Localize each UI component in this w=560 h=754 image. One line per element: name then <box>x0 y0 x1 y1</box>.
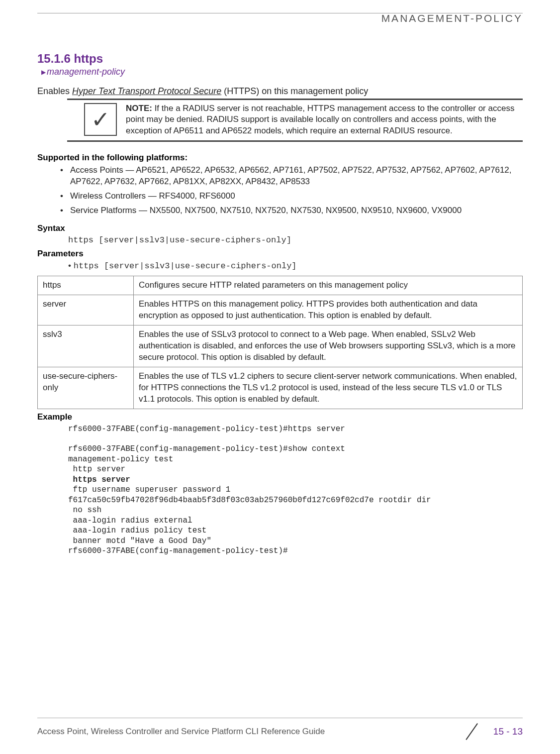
lead-suffix: (HTTPS) on this management policy <box>221 86 368 96</box>
note-box: ✓ NOTE: If the a RADIUS server is not re… <box>67 99 523 142</box>
param-desc: Configures secure HTTP related parameter… <box>134 276 523 295</box>
syntax-code: https [server|sslv3|use-secure-ciphers-o… <box>68 235 523 245</box>
code-line: rfs6000-37FABE(config-management-policy-… <box>68 444 345 453</box>
list-item: Wireless Controllers — RFS4000, RFS6000 <box>60 191 523 202</box>
lead-text: Enables Hyper Text Transport Protocol Se… <box>37 86 523 97</box>
param-desc: Enables the use of TLS v1.2 ciphers to s… <box>134 367 523 409</box>
example-block: rfs6000-37FABE(config-management-policy-… <box>68 424 523 556</box>
platform-list: Access Points — AP6521, AP6522, AP6532, … <box>37 165 523 216</box>
check-icon: ✓ <box>84 103 117 136</box>
code-line: rfs6000-37FABE(config-management-policy-… <box>68 425 345 433</box>
param-key: https <box>38 276 134 295</box>
parameters-table: https Configures secure HTTP related par… <box>37 276 523 409</box>
code-line: aaa-login radius policy test <box>68 526 206 535</box>
section-title: 15.1.6 https <box>37 52 523 66</box>
code-line: rfs6000-37FABE(config-management-policy-… <box>68 546 288 555</box>
parameters-heading: Parameters <box>37 249 523 259</box>
param-desc: Enables HTTPS on this management policy.… <box>134 295 523 325</box>
breadcrumb: ▶management-policy <box>37 67 523 77</box>
syntax-heading: Syntax <box>37 223 523 233</box>
table-row: sslv3 Enables the use of SSLv3 protocol … <box>38 325 523 367</box>
running-header: MANAGEMENT-POLICY <box>37 12 523 24</box>
code-line: ftp username superuser password 1 <box>68 485 235 494</box>
page: MANAGEMENT-POLICY 15.1.6 https ▶manageme… <box>0 0 560 754</box>
note-text: If the a RADIUS server is not reachable,… <box>126 104 514 135</box>
param-key: use-secure-ciphers-only <box>38 367 134 409</box>
footer: Access Point, Wireless Controller and Se… <box>37 718 523 740</box>
table-row: https Configures secure HTTP related par… <box>38 276 523 295</box>
list-item: Service Platforms — NX5500, NX7500, NX75… <box>60 205 523 216</box>
triangle-icon: ▶ <box>41 69 46 76</box>
param-key: sslv3 <box>38 325 134 367</box>
lead-italic: Hyper Text Transport Protocol Secure <box>72 86 221 96</box>
param-desc: Enables the use of SSLv3 protocol to con… <box>134 325 523 367</box>
parameters-code: https [server|sslv3|use-secure-ciphers-o… <box>68 261 523 271</box>
note-body: NOTE: If the a RADIUS server is not reac… <box>126 103 523 136</box>
code-line: banner motd "Have a Good Day" <box>68 537 211 545</box>
code-line: aaa-login radius external <box>68 516 192 525</box>
table-row: use-secure-ciphers-only Enables the use … <box>38 367 523 409</box>
code-line-bold: https server <box>68 475 130 484</box>
example-heading: Example <box>37 412 523 422</box>
list-item: Access Points — AP6521, AP6522, AP6532, … <box>60 165 523 188</box>
code-line: no ssh <box>68 506 101 515</box>
code-line: http server <box>68 465 125 474</box>
code-line: f617ca50c59fb47028f96db4baab5f3d8f03c03a… <box>68 496 431 505</box>
param-key: server <box>38 295 134 325</box>
code-line: management-policy test <box>68 455 173 464</box>
breadcrumb-text: management-policy <box>47 67 125 77</box>
table-row: server Enables HTTPS on this management … <box>38 295 523 325</box>
footer-title: Access Point, Wireless Controller and Se… <box>37 727 325 737</box>
supported-heading: Supported in the following platforms: <box>37 153 523 163</box>
page-number: 15 - 13 <box>482 726 523 737</box>
footer-right: 15 - 13 <box>467 723 523 740</box>
lead-prefix: Enables <box>37 86 72 96</box>
note-label: NOTE: <box>126 104 152 113</box>
slash-icon <box>467 723 482 740</box>
